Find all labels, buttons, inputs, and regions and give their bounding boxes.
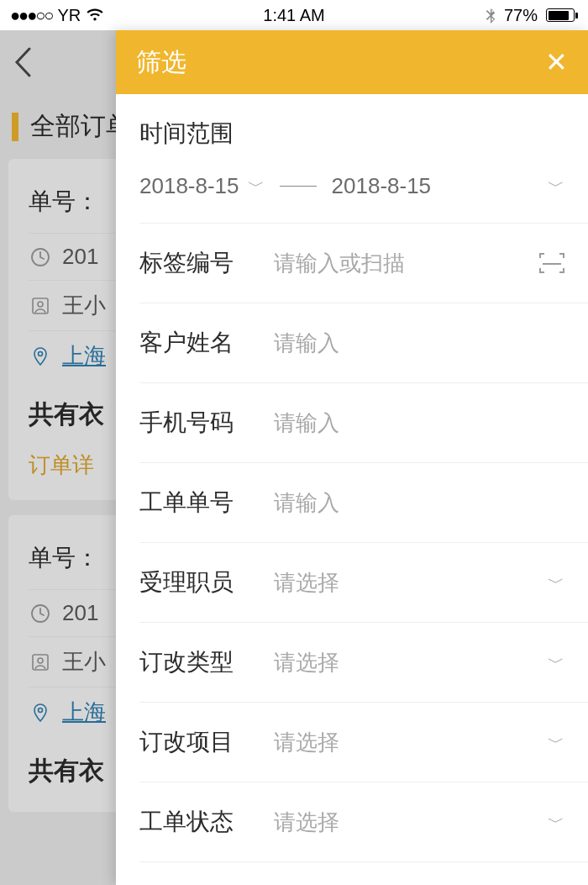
battery-icon bbox=[546, 8, 578, 22]
filter-row-label: 订改项目 bbox=[139, 726, 274, 758]
chevron-down-icon: ﹀ bbox=[248, 175, 265, 198]
chevron-down-icon[interactable]: ﹀ bbox=[524, 811, 564, 834]
filter-row[interactable]: 订改项目请选择﹀ bbox=[116, 703, 588, 782]
drawer-title: 筛选 bbox=[136, 45, 186, 80]
scan-icon[interactable] bbox=[524, 253, 564, 273]
filter-row-placeholder[interactable]: 请选择 bbox=[274, 648, 524, 677]
battery-pct: 77% bbox=[504, 6, 538, 25]
date-range-separator bbox=[280, 186, 317, 187]
date-from-picker[interactable]: 2018-8-15 ﹀ bbox=[139, 173, 265, 199]
date-range-row: 2018-8-15 ﹀ 2018-8-15 ﹀ bbox=[116, 165, 588, 223]
filter-row-label: 受理职员 bbox=[139, 566, 274, 598]
filter-row-label: 客户姓名 bbox=[139, 327, 274, 359]
filter-row-label: 工单状态 bbox=[139, 806, 274, 838]
filter-form: 标签编号请输入或扫描客户姓名请输入手机号码请输入工单单号请输入受理职员请选择﹀订… bbox=[116, 224, 588, 862]
filter-row[interactable]: 工单单号请输入 bbox=[116, 463, 588, 542]
chevron-down-icon[interactable]: ﹀ bbox=[548, 175, 564, 198]
close-icon[interactable]: ✕ bbox=[545, 46, 568, 78]
filter-row[interactable]: 手机号码请输入 bbox=[116, 383, 588, 462]
bluetooth-icon bbox=[486, 7, 496, 24]
time-range-label: 时间范围 bbox=[116, 94, 588, 165]
carrier-label: YR bbox=[57, 6, 81, 25]
status-bar: ●●●○○ YR 1:41 AM 77% bbox=[0, 0, 588, 30]
filter-row-label: 手机号码 bbox=[139, 407, 274, 439]
filter-row[interactable]: 工单状态请选择﹀ bbox=[116, 782, 588, 861]
status-left: ●●●○○ YR bbox=[10, 6, 104, 25]
status-time: 1:41 AM bbox=[263, 6, 324, 25]
date-to-value: 2018-8-15 bbox=[332, 173, 432, 199]
chevron-down-icon[interactable]: ﹀ bbox=[524, 731, 564, 754]
divider bbox=[139, 861, 588, 862]
filter-row-placeholder[interactable]: 请选择 bbox=[274, 568, 524, 598]
filter-drawer: 筛选 ✕ 时间范围 2018-8-15 ﹀ 2018-8-15 ﹀ 标签编号请输… bbox=[116, 30, 588, 885]
filter-row[interactable]: 标签编号请输入或扫描 bbox=[116, 224, 588, 303]
filter-row[interactable]: 受理职员请选择﹀ bbox=[116, 543, 588, 622]
date-to-picker[interactable]: 2018-8-15 bbox=[332, 173, 432, 199]
filter-row-label: 工单单号 bbox=[139, 487, 274, 519]
signal-dots-icon: ●●●○○ bbox=[10, 6, 52, 25]
wifi-icon bbox=[86, 8, 104, 22]
drawer-header: 筛选 ✕ bbox=[116, 30, 588, 94]
filter-row-placeholder[interactable]: 请输入 bbox=[274, 329, 524, 358]
date-from-value: 2018-8-15 bbox=[139, 173, 239, 199]
filter-row-label: 订改类型 bbox=[139, 646, 274, 678]
status-right: 77% bbox=[486, 6, 578, 25]
filter-row-placeholder[interactable]: 请选择 bbox=[274, 808, 524, 837]
filter-row[interactable]: 客户姓名请输入 bbox=[116, 303, 588, 382]
filter-row-placeholder[interactable]: 请输入或扫描 bbox=[274, 249, 524, 278]
chevron-down-icon[interactable]: ﹀ bbox=[524, 651, 564, 674]
chevron-down-icon[interactable]: ﹀ bbox=[524, 572, 564, 594]
filter-row[interactable]: 订改类型请选择﹀ bbox=[116, 623, 588, 702]
filter-row-placeholder[interactable]: 请输入 bbox=[274, 488, 524, 518]
filter-row-placeholder[interactable]: 请输入 bbox=[274, 408, 524, 438]
filter-row-placeholder[interactable]: 请选择 bbox=[274, 728, 524, 757]
filter-row-label: 标签编号 bbox=[139, 247, 274, 279]
